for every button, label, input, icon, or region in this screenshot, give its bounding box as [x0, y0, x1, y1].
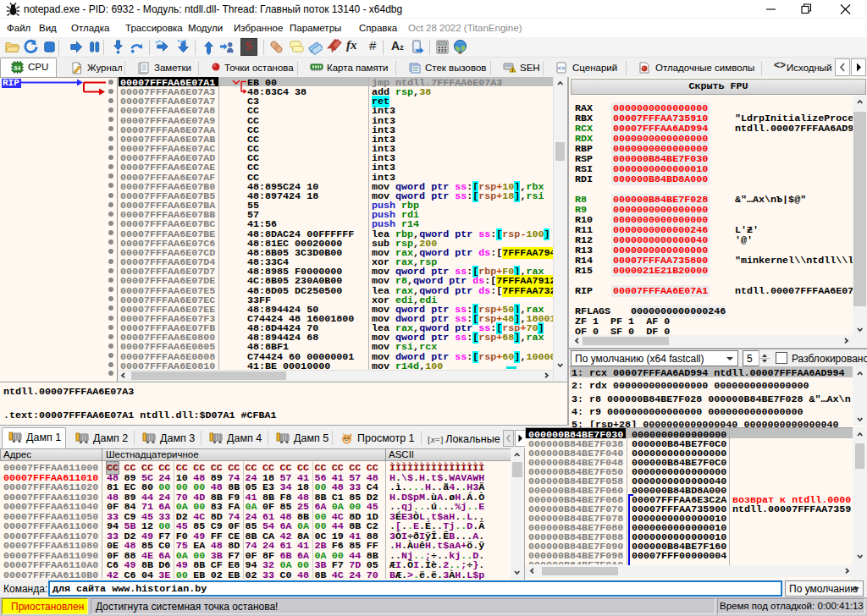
svg-text:64: 64: [14, 65, 21, 71]
svg-text:!: !: [512, 68, 514, 73]
svg-text:<>: <>: [558, 65, 565, 72]
